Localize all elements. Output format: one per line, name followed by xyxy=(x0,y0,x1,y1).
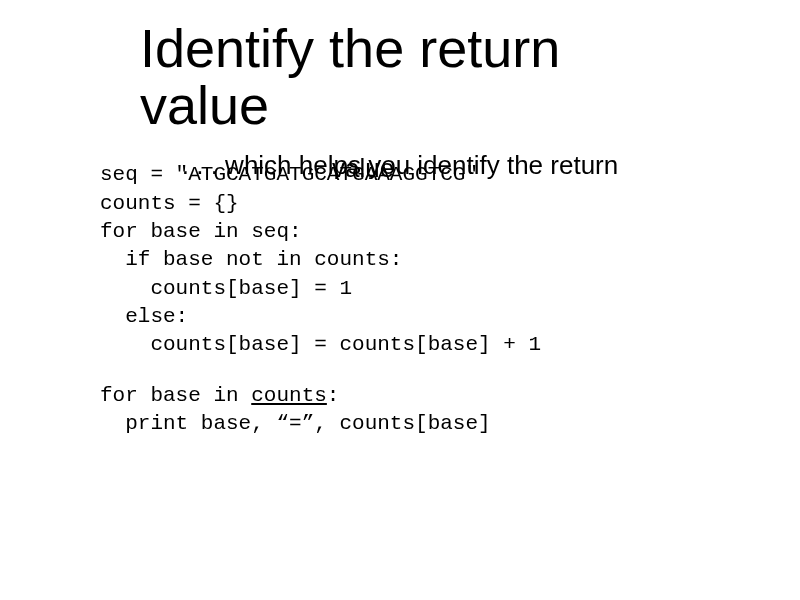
code-line-3: for base in seq: xyxy=(100,220,302,243)
subtitle-line-2: value xyxy=(332,151,394,186)
code-line-6: else: xyxy=(100,305,188,328)
code-line-8a: for base in xyxy=(100,384,251,407)
title-line-1: Identify the return xyxy=(140,18,560,78)
code-line-1: seq = "ATGCATGATGCATGAAAGGTCG" xyxy=(100,163,478,186)
code-block-main: valueseq = "ATGCATGATGCATGAAAGGTCG"count… xyxy=(100,161,700,359)
code-line-7: counts[base] = counts[base] + 1 xyxy=(100,333,541,356)
code-line-1-wrap: valueseq = "ATGCATGATGCATGAAAGGTCG" xyxy=(100,161,700,189)
slide-title: Identify the return value xyxy=(140,20,700,133)
code-line-9: print base, “=”, counts[base] xyxy=(100,412,491,435)
code-line-4: if base not in counts: xyxy=(100,248,402,271)
slide: Identify the return value . . . which he… xyxy=(0,0,800,438)
title-line-2: value xyxy=(140,75,269,135)
code-line-8c: : xyxy=(327,384,340,407)
code-line-8b-return-value: counts xyxy=(251,384,327,407)
code-line-5: counts[base] = 1 xyxy=(100,277,352,300)
code-line-2: counts = {} xyxy=(100,192,239,215)
code-block-secondary: for base in counts: print base, “=”, cou… xyxy=(100,382,700,439)
